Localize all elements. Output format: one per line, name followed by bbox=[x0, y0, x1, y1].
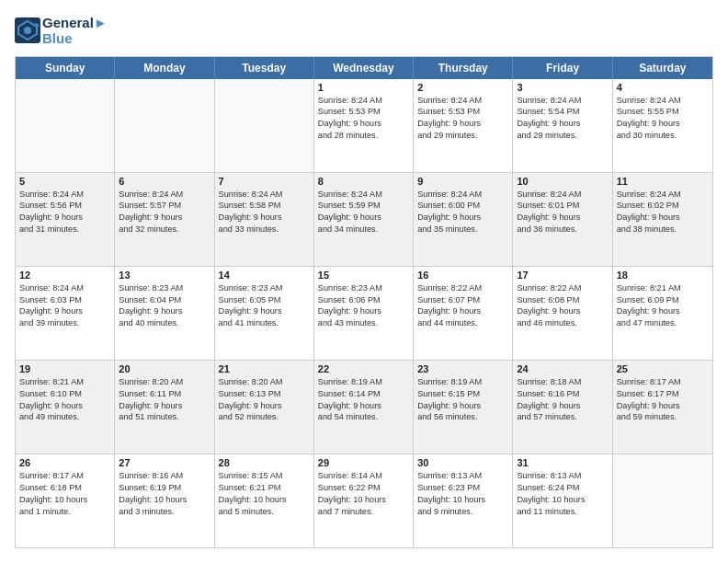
cell-info: Sunrise: 8:24 AM Sunset: 5:59 PM Dayligh… bbox=[318, 189, 409, 236]
cell-info: Sunrise: 8:24 AM Sunset: 6:02 PM Dayligh… bbox=[617, 189, 709, 236]
cal-cell: 28Sunrise: 8:15 AM Sunset: 6:21 PM Dayli… bbox=[215, 454, 314, 547]
cal-cell: 1Sunrise: 8:24 AM Sunset: 5:53 PM Daylig… bbox=[314, 79, 414, 172]
cell-info: Sunrise: 8:14 AM Sunset: 6:22 PM Dayligh… bbox=[318, 470, 409, 518]
calendar: SundayMondayTuesdayWednesdayThursdayFrid… bbox=[15, 56, 713, 549]
cal-cell: 3Sunrise: 8:24 AM Sunset: 5:54 PM Daylig… bbox=[513, 79, 612, 172]
cal-cell: 31Sunrise: 8:13 AM Sunset: 6:24 PM Dayli… bbox=[513, 454, 612, 547]
day-number: 20 bbox=[119, 363, 210, 374]
cal-cell: 19Sunrise: 8:21 AM Sunset: 6:10 PM Dayli… bbox=[16, 361, 115, 454]
day-number: 14 bbox=[219, 270, 310, 281]
day-number: 31 bbox=[517, 457, 608, 468]
day-number: 5 bbox=[19, 176, 110, 187]
day-number: 23 bbox=[417, 363, 508, 374]
cell-info: Sunrise: 8:24 AM Sunset: 5:55 PM Dayligh… bbox=[617, 95, 709, 143]
cell-info: Sunrise: 8:22 AM Sunset: 6:08 PM Dayligh… bbox=[517, 282, 608, 330]
day-number: 7 bbox=[219, 176, 310, 187]
cal-cell: 24Sunrise: 8:18 AM Sunset: 6:16 PM Dayli… bbox=[513, 361, 612, 454]
day-number: 16 bbox=[417, 270, 508, 281]
cell-info: Sunrise: 8:15 AM Sunset: 6:21 PM Dayligh… bbox=[219, 470, 310, 518]
cal-cell: 16Sunrise: 8:22 AM Sunset: 6:07 PM Dayli… bbox=[414, 267, 513, 360]
day-number: 27 bbox=[119, 457, 210, 468]
header-day-tuesday: Tuesday bbox=[215, 57, 314, 79]
logo: General► Blue bbox=[15, 15, 108, 47]
cal-cell bbox=[215, 79, 314, 172]
week-row-2: 5Sunrise: 8:24 AM Sunset: 5:56 PM Daylig… bbox=[16, 173, 712, 267]
cal-cell: 23Sunrise: 8:19 AM Sunset: 6:15 PM Dayli… bbox=[414, 361, 513, 454]
day-number: 21 bbox=[219, 363, 310, 374]
cal-cell: 9Sunrise: 8:24 AM Sunset: 6:00 PM Daylig… bbox=[414, 173, 513, 266]
day-number: 26 bbox=[19, 457, 110, 468]
cell-info: Sunrise: 8:24 AM Sunset: 5:53 PM Dayligh… bbox=[417, 95, 508, 143]
cal-cell: 10Sunrise: 8:24 AM Sunset: 6:01 PM Dayli… bbox=[513, 173, 612, 266]
header: General► Blue bbox=[15, 15, 713, 47]
day-number: 2 bbox=[417, 82, 508, 93]
cell-info: Sunrise: 8:21 AM Sunset: 6:10 PM Dayligh… bbox=[19, 376, 110, 424]
week-row-5: 26Sunrise: 8:17 AM Sunset: 6:18 PM Dayli… bbox=[16, 454, 712, 547]
cal-cell: 25Sunrise: 8:17 AM Sunset: 6:17 PM Dayli… bbox=[613, 361, 712, 454]
week-row-4: 19Sunrise: 8:21 AM Sunset: 6:10 PM Dayli… bbox=[16, 361, 712, 454]
cal-cell: 13Sunrise: 8:23 AM Sunset: 6:04 PM Dayli… bbox=[115, 267, 214, 360]
day-number: 3 bbox=[517, 82, 608, 93]
cell-info: Sunrise: 8:20 AM Sunset: 6:13 PM Dayligh… bbox=[219, 376, 310, 424]
header-day-saturday: Saturday bbox=[613, 57, 712, 79]
day-number: 9 bbox=[417, 176, 508, 187]
day-number: 8 bbox=[318, 176, 409, 187]
cal-cell: 8Sunrise: 8:24 AM Sunset: 5:59 PM Daylig… bbox=[314, 173, 414, 266]
day-number: 25 bbox=[617, 363, 709, 374]
cell-info: Sunrise: 8:21 AM Sunset: 6:09 PM Dayligh… bbox=[617, 282, 709, 330]
calendar-body: 1Sunrise: 8:24 AM Sunset: 5:53 PM Daylig… bbox=[16, 79, 712, 548]
cell-info: Sunrise: 8:13 AM Sunset: 6:23 PM Dayligh… bbox=[417, 470, 508, 518]
cal-cell: 26Sunrise: 8:17 AM Sunset: 6:18 PM Dayli… bbox=[16, 454, 115, 547]
day-number: 18 bbox=[617, 270, 709, 281]
cell-info: Sunrise: 8:19 AM Sunset: 6:14 PM Dayligh… bbox=[318, 376, 409, 424]
cell-info: Sunrise: 8:24 AM Sunset: 5:53 PM Dayligh… bbox=[318, 95, 409, 143]
cal-cell bbox=[613, 454, 712, 547]
cal-cell: 5Sunrise: 8:24 AM Sunset: 5:56 PM Daylig… bbox=[16, 173, 115, 266]
cal-cell bbox=[115, 79, 214, 172]
cell-info: Sunrise: 8:24 AM Sunset: 6:01 PM Dayligh… bbox=[517, 189, 608, 236]
header-day-wednesday: Wednesday bbox=[314, 57, 414, 79]
day-number: 17 bbox=[517, 270, 608, 281]
header-day-thursday: Thursday bbox=[414, 57, 513, 79]
cal-cell: 18Sunrise: 8:21 AM Sunset: 6:09 PM Dayli… bbox=[613, 267, 712, 360]
header-day-sunday: Sunday bbox=[16, 57, 115, 79]
header-day-friday: Friday bbox=[513, 57, 612, 79]
cal-cell: 7Sunrise: 8:24 AM Sunset: 5:58 PM Daylig… bbox=[215, 173, 314, 266]
header-day-monday: Monday bbox=[115, 57, 214, 79]
cal-cell: 29Sunrise: 8:14 AM Sunset: 6:22 PM Dayli… bbox=[314, 454, 414, 547]
cal-cell: 12Sunrise: 8:24 AM Sunset: 6:03 PM Dayli… bbox=[16, 267, 115, 360]
day-number: 22 bbox=[318, 363, 409, 374]
cal-cell: 15Sunrise: 8:23 AM Sunset: 6:06 PM Dayli… bbox=[314, 267, 414, 360]
cal-cell: 17Sunrise: 8:22 AM Sunset: 6:08 PM Dayli… bbox=[513, 267, 612, 360]
calendar-header-row: SundayMondayTuesdayWednesdayThursdayFrid… bbox=[16, 57, 712, 79]
cell-info: Sunrise: 8:22 AM Sunset: 6:07 PM Dayligh… bbox=[417, 282, 508, 330]
cell-info: Sunrise: 8:18 AM Sunset: 6:16 PM Dayligh… bbox=[517, 376, 608, 424]
day-number: 6 bbox=[119, 176, 210, 187]
cal-cell: 4Sunrise: 8:24 AM Sunset: 5:55 PM Daylig… bbox=[613, 79, 712, 172]
cell-info: Sunrise: 8:24 AM Sunset: 5:54 PM Dayligh… bbox=[517, 95, 608, 143]
cell-info: Sunrise: 8:17 AM Sunset: 6:18 PM Dayligh… bbox=[19, 470, 110, 518]
cell-info: Sunrise: 8:24 AM Sunset: 5:58 PM Dayligh… bbox=[219, 189, 310, 236]
cell-info: Sunrise: 8:23 AM Sunset: 6:05 PM Dayligh… bbox=[219, 282, 310, 330]
day-number: 28 bbox=[219, 457, 310, 468]
day-number: 11 bbox=[617, 176, 709, 187]
cell-info: Sunrise: 8:19 AM Sunset: 6:15 PM Dayligh… bbox=[417, 376, 508, 424]
cal-cell bbox=[16, 79, 115, 172]
cell-info: Sunrise: 8:24 AM Sunset: 6:03 PM Dayligh… bbox=[19, 282, 110, 330]
day-number: 19 bbox=[19, 363, 110, 374]
week-row-3: 12Sunrise: 8:24 AM Sunset: 6:03 PM Dayli… bbox=[16, 267, 712, 361]
cal-cell: 27Sunrise: 8:16 AM Sunset: 6:19 PM Dayli… bbox=[115, 454, 214, 547]
day-number: 30 bbox=[417, 457, 508, 468]
cell-info: Sunrise: 8:24 AM Sunset: 6:00 PM Dayligh… bbox=[417, 189, 508, 236]
cell-info: Sunrise: 8:13 AM Sunset: 6:24 PM Dayligh… bbox=[517, 470, 608, 518]
logo-icon bbox=[15, 17, 40, 43]
day-number: 13 bbox=[119, 270, 210, 281]
page: General► Blue SundayMondayTuesdayWednesd… bbox=[0, 0, 728, 563]
cal-cell: 11Sunrise: 8:24 AM Sunset: 6:02 PM Dayli… bbox=[613, 173, 712, 266]
cal-cell: 14Sunrise: 8:23 AM Sunset: 6:05 PM Dayli… bbox=[215, 267, 314, 360]
cal-cell: 20Sunrise: 8:20 AM Sunset: 6:11 PM Dayli… bbox=[115, 361, 214, 454]
cal-cell: 30Sunrise: 8:13 AM Sunset: 6:23 PM Dayli… bbox=[414, 454, 513, 547]
cell-info: Sunrise: 8:24 AM Sunset: 5:57 PM Dayligh… bbox=[119, 189, 210, 236]
week-row-1: 1Sunrise: 8:24 AM Sunset: 5:53 PM Daylig… bbox=[16, 79, 712, 173]
cell-info: Sunrise: 8:23 AM Sunset: 6:04 PM Dayligh… bbox=[119, 282, 210, 330]
